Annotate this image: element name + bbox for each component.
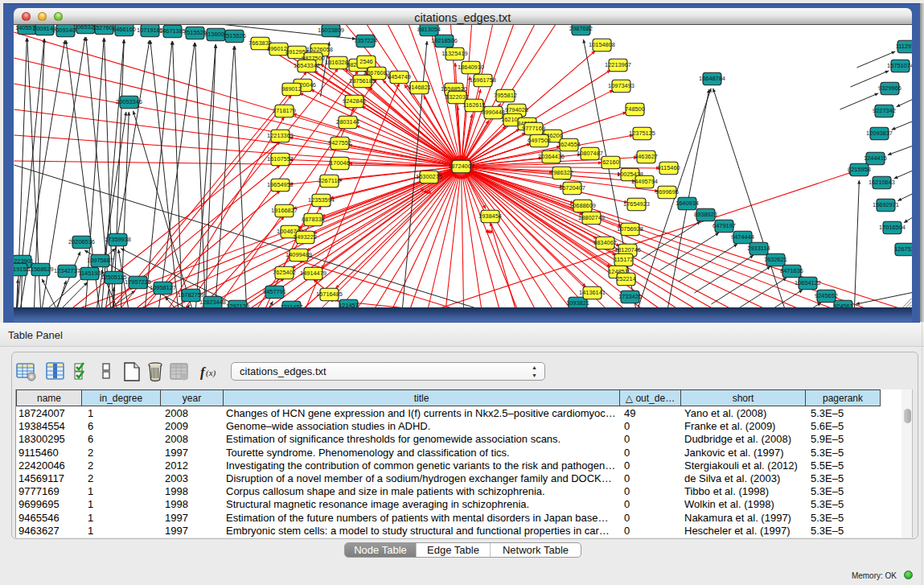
svg-text:9834067: 9834067 bbox=[593, 239, 617, 246]
svg-text:9427552: 9427552 bbox=[328, 139, 351, 146]
svg-text:252214: 252214 bbox=[616, 275, 636, 282]
svg-text:20053346: 20053346 bbox=[116, 98, 142, 105]
svg-text:2546: 2546 bbox=[359, 58, 372, 65]
svg-text:2987682: 2987682 bbox=[569, 25, 593, 32]
svg-text:17957225: 17957225 bbox=[125, 278, 151, 286]
svg-text:12353594: 12353594 bbox=[308, 196, 335, 204]
svg-text:20206536: 20206536 bbox=[68, 238, 95, 245]
svg-text:9699695: 9699695 bbox=[655, 188, 679, 196]
svg-text:6466160: 6466160 bbox=[113, 26, 136, 33]
svg-text:3624554: 3624554 bbox=[557, 141, 581, 148]
svg-text:15300275: 15300275 bbox=[416, 173, 442, 180]
svg-text:12213363: 12213363 bbox=[267, 132, 294, 139]
svg-text:2803144: 2803144 bbox=[336, 118, 359, 126]
svg-text:7955812: 7955812 bbox=[494, 92, 517, 99]
svg-text:(x): (x) bbox=[206, 368, 216, 378]
svg-text:1112973: 1112973 bbox=[895, 43, 912, 50]
svg-text:14495794: 14495794 bbox=[631, 178, 658, 185]
svg-text:16543342: 16543342 bbox=[294, 62, 320, 69]
svg-text:9794028: 9794028 bbox=[505, 106, 528, 113]
svg-text:15716485: 15716485 bbox=[316, 290, 343, 298]
svg-text:7625402: 7625402 bbox=[273, 269, 296, 276]
svg-text:8938923: 8938923 bbox=[694, 211, 717, 218]
svg-text:16961758: 16961758 bbox=[470, 76, 496, 84]
svg-text:14671385: 14671385 bbox=[159, 27, 186, 35]
svg-text:9242848: 9242848 bbox=[343, 97, 366, 105]
svg-text:8878334: 8878334 bbox=[302, 216, 325, 223]
svg-text:115172: 115172 bbox=[614, 256, 633, 263]
svg-text:16782759: 16782759 bbox=[178, 291, 204, 299]
svg-text:9457791: 9457791 bbox=[263, 288, 286, 295]
svg-text:12375125: 12375125 bbox=[629, 130, 655, 137]
svg-text:9245652: 9245652 bbox=[815, 292, 838, 299]
svg-text:8813054: 8813054 bbox=[417, 26, 441, 33]
svg-text:12505115: 12505115 bbox=[101, 274, 126, 281]
svg-text:12823448: 12823448 bbox=[199, 299, 226, 306]
svg-text:6479197: 6479197 bbox=[713, 222, 736, 229]
svg-text:1640934: 1640934 bbox=[676, 200, 699, 207]
svg-text:170046: 170046 bbox=[330, 159, 350, 167]
svg-text:9329966: 9329966 bbox=[878, 84, 901, 92]
svg-text:8990448: 8990448 bbox=[482, 109, 505, 116]
svg-text:126753: 126753 bbox=[894, 245, 912, 253]
svg-text:19218506: 19218506 bbox=[431, 37, 458, 44]
svg-text:1733426: 1733426 bbox=[618, 293, 642, 300]
svg-text:15720407: 15720407 bbox=[559, 184, 585, 192]
svg-text:9115460: 9115460 bbox=[657, 164, 680, 171]
svg-text:10975887: 10975887 bbox=[87, 257, 113, 264]
svg-text:16648784: 16648784 bbox=[699, 75, 725, 82]
svg-text:9777169: 9777169 bbox=[522, 125, 545, 132]
svg-text:16107552: 16107552 bbox=[267, 155, 294, 163]
svg-text:16033809: 16033809 bbox=[318, 27, 344, 34]
svg-text:9146821: 9146821 bbox=[408, 84, 431, 91]
svg-text:10807487: 10807487 bbox=[577, 150, 603, 157]
svg-text:10973493: 10973493 bbox=[608, 82, 634, 89]
svg-text:17359938: 17359938 bbox=[105, 236, 131, 243]
svg-text:8215958: 8215958 bbox=[848, 166, 871, 173]
svg-text:10688609: 10688609 bbox=[569, 202, 596, 209]
svg-text:2933114: 2933114 bbox=[747, 245, 770, 252]
svg-text:18724007: 18724007 bbox=[448, 163, 474, 170]
svg-text:18120746: 18120746 bbox=[614, 246, 641, 253]
svg-text:19166827: 19166827 bbox=[271, 207, 298, 214]
svg-text:20364436: 20364436 bbox=[538, 153, 565, 160]
svg-text:7515526: 7515526 bbox=[223, 32, 246, 39]
svg-text:19654952: 19654952 bbox=[267, 181, 294, 188]
svg-text:1938454: 1938454 bbox=[478, 212, 502, 220]
svg-text:18756185: 18756185 bbox=[349, 77, 376, 84]
svg-text:18802749: 18802749 bbox=[578, 214, 605, 221]
svg-text:8454749: 8454749 bbox=[388, 73, 411, 80]
svg-text:12342737: 12342737 bbox=[54, 267, 80, 274]
svg-text:2718179: 2718179 bbox=[273, 107, 296, 114]
svg-text:989012: 989012 bbox=[281, 85, 302, 93]
svg-text:1145193: 1145193 bbox=[78, 270, 101, 277]
svg-text:1244415: 1244415 bbox=[864, 154, 887, 162]
svg-text:15692971: 15692971 bbox=[873, 201, 899, 208]
svg-text:8471636: 8471636 bbox=[780, 267, 803, 274]
svg-text:7515526: 7515526 bbox=[183, 29, 207, 36]
svg-text:10756928: 10756928 bbox=[617, 225, 643, 233]
svg-text:11568629: 11568629 bbox=[27, 266, 53, 273]
svg-text:9227342: 9227342 bbox=[873, 107, 896, 114]
svg-text:14914479: 14914479 bbox=[300, 270, 326, 277]
svg-text:10654122: 10654122 bbox=[795, 279, 821, 286]
svg-text:748500: 748500 bbox=[625, 105, 645, 113]
svg-text:1093821: 1093821 bbox=[566, 299, 589, 307]
svg-text:62160: 62160 bbox=[602, 159, 619, 166]
svg-text:17016504: 17016504 bbox=[879, 224, 906, 231]
svg-text:9463627: 9463627 bbox=[634, 153, 658, 160]
svg-text:14099489: 14099489 bbox=[285, 251, 312, 258]
svg-text:12093837: 12093837 bbox=[866, 130, 893, 137]
svg-text:17654923: 17654923 bbox=[623, 200, 650, 208]
svg-text:9474444: 9474444 bbox=[731, 233, 754, 241]
svg-text:18640910: 18640910 bbox=[458, 64, 484, 71]
svg-text:15751074: 15751074 bbox=[887, 62, 912, 69]
svg-text:3267110: 3267110 bbox=[318, 177, 340, 184]
svg-text:10154808: 10154808 bbox=[589, 41, 615, 48]
svg-text:7632621: 7632621 bbox=[764, 256, 787, 263]
svg-text:7986322: 7986322 bbox=[550, 169, 573, 176]
svg-text:11325419: 11325419 bbox=[441, 50, 467, 57]
svg-text:7357224: 7357224 bbox=[354, 37, 377, 44]
svg-text:16210643: 16210643 bbox=[869, 179, 895, 186]
svg-text:5493222: 5493222 bbox=[294, 233, 317, 241]
